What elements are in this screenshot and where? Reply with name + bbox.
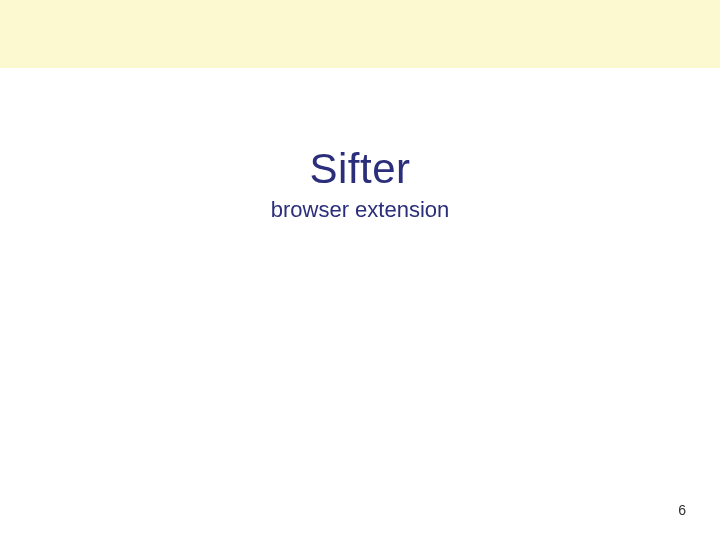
page-number: 6 <box>678 502 686 518</box>
slide-content: Sifter browser extension <box>0 145 720 223</box>
slide-subtitle: browser extension <box>0 197 720 223</box>
header-band <box>0 0 720 68</box>
slide-title: Sifter <box>0 145 720 193</box>
